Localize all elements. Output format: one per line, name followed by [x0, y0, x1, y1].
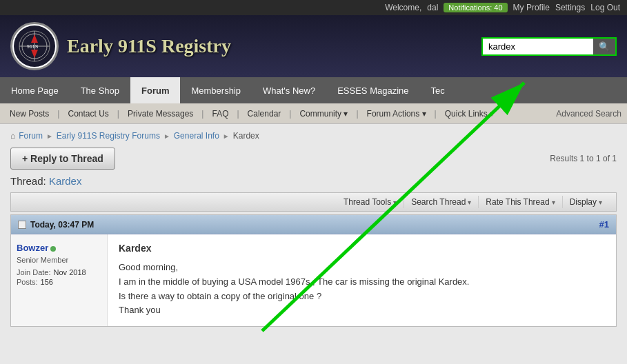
subnav-new-posts[interactable]: New Posts — [6, 108, 53, 120]
post-line-2: I am in the middle of buying a USA model… — [119, 276, 469, 287]
user-rank: Senior Member — [17, 256, 101, 264]
nav-forum[interactable]: Forum — [130, 77, 180, 103]
welcome-text: Welcome, — [385, 3, 421, 12]
thread-title-row: Thread: Kardex — [10, 175, 617, 187]
thread-tools-bar: Thread Tools ▾ Search Thread ▾ Rate This… — [10, 192, 617, 212]
results-text: Results 1 to 1 of 1 — [550, 154, 617, 163]
sep2: | — [117, 109, 119, 119]
breadcrumb: ⌂ Forum ► Early 911S Registry Forums ► G… — [10, 131, 617, 141]
subnav-quick-links[interactable]: Quick Links ▾ — [441, 108, 498, 120]
post-header: Today, 03:47 PM #1 — [11, 215, 616, 234]
join-date-row: Join Date: Nov 2018 — [17, 268, 101, 276]
posts-label: Posts: — [17, 278, 38, 286]
nav-whats-new[interactable]: What's New? — [252, 77, 326, 103]
breadcrumb-general-info[interactable]: General Info — [174, 131, 219, 141]
sep4: | — [237, 109, 239, 119]
join-date-value: Nov 2018 — [54, 268, 86, 276]
breadcrumb-sep3: ► — [223, 132, 230, 140]
rate-thread-button[interactable]: Rate This Thread ▾ — [478, 196, 561, 208]
header-search: 🔍 — [481, 37, 617, 56]
breadcrumb-registry-forums[interactable]: Early 911S Registry Forums — [57, 131, 160, 141]
settings-link[interactable]: Settings — [555, 3, 585, 12]
search-button[interactable]: 🔍 — [593, 39, 615, 54]
logo-inner: 911S — [14, 26, 55, 67]
header: 911S Early 911S Registry 🔍 — [0, 15, 627, 77]
advanced-search[interactable]: Advanced Search — [556, 109, 621, 119]
post-date: Today, 03:47 PM — [30, 220, 94, 230]
thread-tools-arrow: ▾ — [393, 199, 397, 206]
home-icon: ⌂ — [10, 131, 15, 141]
display-arrow: ▾ — [599, 199, 602, 206]
post-header-left: Today, 03:47 PM — [18, 220, 94, 230]
nav-tec[interactable]: Tec — [420, 77, 456, 103]
search-thread-button[interactable]: Search Thread ▾ — [404, 196, 478, 208]
post-container: Today, 03:47 PM #1 Bowzer Senior Member … — [10, 214, 617, 327]
subnav-contact-us[interactable]: Contact Us — [63, 108, 112, 120]
post-line-1: Good morning, — [119, 262, 178, 272]
post-text: Good morning, I am in the middle of buyi… — [119, 261, 605, 318]
breadcrumb-forum[interactable]: Forum — [19, 131, 43, 141]
post-line-3: Is there a way to obtain a copy of the o… — [119, 291, 321, 301]
sub-nav: New Posts | Contact Us | Private Message… — [0, 103, 627, 124]
join-date-label: Join Date: — [17, 268, 51, 276]
post-content: Kardex Good morning, I am in the middle … — [108, 234, 616, 326]
username: dal — [427, 3, 438, 12]
sep1: | — [57, 109, 59, 119]
logo-svg: 911S — [17, 29, 52, 63]
posts-row: Posts: 156 — [17, 278, 101, 286]
rate-thread-arrow: ▾ — [552, 199, 555, 206]
display-button[interactable]: Display ▾ — [562, 196, 609, 208]
thread-tools-button[interactable]: Thread Tools ▾ — [337, 196, 404, 208]
post-number: #1 — [599, 219, 609, 230]
nav-esses-magazine[interactable]: ESSES Magazine — [326, 77, 419, 103]
thread-header: + Reply to Thread Results 1 to 1 of 1 — [10, 148, 617, 170]
notifications-button[interactable]: Notifications: 40 — [444, 3, 507, 12]
my-profile-link[interactable]: My Profile — [513, 3, 550, 12]
breadcrumb-sep2: ► — [163, 132, 170, 140]
subnav-community[interactable]: Community ▾ — [295, 108, 352, 120]
post-title: Kardex — [119, 243, 605, 254]
nav-shop[interactable]: The Shop — [70, 77, 130, 103]
reply-to-thread-button[interactable]: + Reply to Thread — [10, 148, 115, 170]
sep5: | — [289, 109, 291, 119]
post-author[interactable]: Bowzer — [17, 243, 48, 253]
thread-title-link[interactable]: Kardex — [49, 175, 82, 187]
breadcrumb-current: Kardex — [233, 131, 259, 141]
sep7: | — [435, 109, 437, 119]
post-indicator — [18, 221, 26, 229]
page-wrapper: Welcome, dal Notifications: 40 My Profil… — [0, 0, 627, 364]
log-out-link[interactable]: Log Out — [590, 3, 620, 12]
svg-text:911S: 911S — [27, 44, 39, 49]
thread-title-prefix: Thread: — [10, 175, 46, 187]
site-title: Early 911S Registry — [67, 35, 231, 57]
search-input[interactable] — [483, 39, 593, 54]
main-nav: Home Page The Shop Forum Membership What… — [0, 77, 627, 103]
subnav-calendar[interactable]: Calendar — [243, 108, 286, 120]
subnav-private-messages[interactable]: Private Messages — [123, 108, 197, 120]
logo-area: 911S Early 911S Registry — [10, 22, 231, 70]
nav-membership[interactable]: Membership — [180, 77, 252, 103]
sep6: | — [356, 109, 358, 119]
sep3: | — [201, 109, 203, 119]
post-line-4: Thank you — [119, 305, 161, 315]
subnav-forum-actions[interactable]: Forum Actions ▾ — [363, 108, 430, 120]
search-thread-arrow: ▾ — [468, 199, 471, 206]
posts-count: 156 — [41, 278, 53, 286]
breadcrumb-sep1: ► — [46, 132, 53, 140]
post-sidebar: Bowzer Senior Member Join Date: Nov 2018… — [11, 234, 108, 326]
subnav-faq[interactable]: FAQ — [208, 108, 232, 120]
post-body: Bowzer Senior Member Join Date: Nov 2018… — [11, 234, 616, 326]
top-bar: Welcome, dal Notifications: 40 My Profil… — [0, 0, 627, 15]
online-indicator — [50, 246, 56, 252]
logo-circle: 911S — [10, 22, 59, 70]
nav-home[interactable]: Home Page — [0, 77, 70, 103]
content-area: ⌂ Forum ► Early 911S Registry Forums ► G… — [0, 124, 627, 334]
